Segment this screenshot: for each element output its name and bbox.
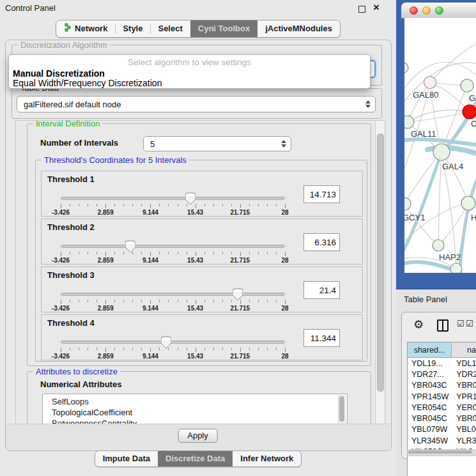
float-window-icon[interactable] xyxy=(358,6,365,13)
threshold-1-value-field[interactable] xyxy=(303,185,340,203)
network-node-gal4[interactable] xyxy=(433,144,450,160)
table-row[interactable]: YPR145WYPR1 xyxy=(408,391,476,402)
network-node-gcy1[interactable] xyxy=(404,197,411,210)
group-label: Threshold's Coordinates for 5 Intervals xyxy=(42,155,189,165)
svg-text:GA: GA xyxy=(469,93,476,103)
table-row[interactable]: YBL079WYBL0 xyxy=(408,424,476,435)
tab-style[interactable]: Style xyxy=(115,20,150,37)
tab-jactivemnodules[interactable]: jActiveMNodules xyxy=(257,20,340,37)
list-item[interactable]: TopologicalCoefficient xyxy=(43,407,347,418)
network-node-ga[interactable] xyxy=(461,79,473,92)
table-row[interactable]: YLR345WYLR3 xyxy=(408,435,476,446)
table-row[interactable]: YER054CYER0 xyxy=(408,402,476,413)
threshold-2-value-field[interactable] xyxy=(303,233,340,251)
control-panel: Control Panel × Network xyxy=(0,0,396,476)
tab-impute-data[interactable]: Impute Data xyxy=(95,451,158,466)
gear-icon[interactable]: ⚙ xyxy=(413,318,424,331)
num-intervals-label: Number of Intervals xyxy=(40,138,118,148)
bottom-tab-bar: Impute Data Discretize Data Infer Networ… xyxy=(0,450,396,467)
threshold-2-panel: Threshold 2 -3.4262.8599.14415.4321.7152… xyxy=(41,219,363,265)
tab-label: Network xyxy=(75,24,107,33)
interval-definition-group: Interval Definition Number of Intervals … xyxy=(27,123,371,366)
slider-thumb[interactable] xyxy=(125,240,135,256)
table-panel-title: Table Panel xyxy=(404,295,447,304)
panel-title: Control Panel xyxy=(5,3,56,13)
apply-button[interactable]: Apply xyxy=(178,429,218,443)
minimize-button[interactable] xyxy=(422,6,431,15)
svg-text:GAL11: GAL11 xyxy=(411,129,436,139)
tab-label: Select xyxy=(158,24,182,33)
threshold-3-slider[interactable]: -3.4262.8599.14415.4321.71528 xyxy=(61,290,285,311)
threshold-3-panel: Threshold 3 -3.4262.8599.14415.4321.7152… xyxy=(41,266,363,312)
top-tab-bar: Network Style Select Cyni Toolbox jActiv… xyxy=(0,20,396,38)
table-data-combobox[interactable]: galFiltered.sif default node xyxy=(17,96,376,112)
tab-discretize-data[interactable]: Discretize Data xyxy=(158,451,233,466)
zoom-button[interactable] xyxy=(435,6,443,15)
network-node-hap2[interactable] xyxy=(433,240,444,251)
svg-text:GCY1: GCY1 xyxy=(404,213,425,222)
threshold-4-slider[interactable]: -3.4262.8599.14415.4321.71528 xyxy=(61,338,285,358)
attributes-list: SelfLoops TopologicalCoefficient Between… xyxy=(42,394,348,424)
algorithm-dropdown-popup: Select algorithm to view settings Manual… xyxy=(8,54,371,89)
settings-scroll-viewport: Interval Definition Number of Intervals … xyxy=(15,120,385,424)
scrollbar-thumb[interactable] xyxy=(408,450,472,454)
network-node-gal80[interactable] xyxy=(424,77,436,89)
network-node-h[interactable] xyxy=(461,196,475,210)
option-manual-discretization[interactable]: Manual Discretization xyxy=(13,68,105,79)
tab-network[interactable]: Network xyxy=(56,20,115,37)
threshold-label: Threshold 4 xyxy=(47,318,95,328)
tab-infer-network[interactable]: Infer Network xyxy=(233,451,301,466)
scrollbar-thumb[interactable] xyxy=(377,134,384,392)
network-canvas[interactable]: GAL80 GA C GAL11 GAL4 GCY1 H HAP2 xyxy=(404,18,476,273)
threshold-label: Threshold 1 xyxy=(47,174,95,184)
slider-thumb[interactable] xyxy=(233,288,243,303)
checkbox-icon[interactable]: ☑ xyxy=(457,319,464,328)
stepper-arrows-icon xyxy=(365,100,371,108)
threshold-4-value-field[interactable] xyxy=(303,329,340,347)
slider-thumb[interactable] xyxy=(185,192,196,208)
combobox-value: galFiltered.sif default node xyxy=(24,100,121,109)
combobox-value: 5 xyxy=(150,139,155,149)
network-node[interactable] xyxy=(404,63,408,73)
network-node-selected[interactable] xyxy=(463,105,476,119)
table-panel-titlebar: Table Panel xyxy=(396,289,476,309)
column-header-name[interactable]: na xyxy=(452,342,476,358)
threshold-2-slider[interactable]: -3.4262.8599.14415.4321.71528 xyxy=(61,242,285,263)
table-row[interactable]: YBR043CYBR0 xyxy=(408,380,476,391)
apply-row: Apply xyxy=(6,424,390,450)
num-intervals-combobox[interactable]: 5 xyxy=(143,136,291,151)
network-window-titlebar[interactable] xyxy=(401,3,476,19)
table-row[interactable]: YDR27...YDR2 xyxy=(408,369,476,380)
threshold-4-panel: Threshold 4 -3.4262.8599.14415.4321.7152… xyxy=(41,314,363,360)
threshold-3-value-field[interactable] xyxy=(303,281,340,299)
stepper-arrows-icon xyxy=(281,140,286,148)
list-scrollbar[interactable] xyxy=(338,395,346,424)
close-icon[interactable]: × xyxy=(373,1,380,15)
svg-text:H: H xyxy=(471,213,476,222)
column-layout-icon[interactable] xyxy=(437,319,449,332)
table-header-row: shared... na xyxy=(408,342,476,358)
table-row[interactable]: YDL19...YDL1 xyxy=(408,358,476,369)
threshold-label: Threshold 3 xyxy=(47,270,95,280)
svg-text:GAL80: GAL80 xyxy=(413,90,438,100)
list-item[interactable]: SelfLoops xyxy=(43,396,347,407)
horizontal-scrollbar[interactable] xyxy=(407,449,476,456)
threshold-1-panel: Threshold 1 -3.4262.8599.14415.4321.7152… xyxy=(41,171,363,217)
numerical-attributes-label: Numerical Attributes xyxy=(40,380,121,389)
threshold-1-slider[interactable]: -3.4262.8599.14415.4321.71528 xyxy=(61,194,285,215)
table-row[interactable]: YBR045CYBR0 xyxy=(408,413,476,424)
option-equal-width-frequency[interactable]: Equal Width/Frequency Discretization xyxy=(13,78,162,88)
close-button[interactable] xyxy=(410,6,418,15)
slider-thumb[interactable] xyxy=(161,336,171,351)
column-header-shared-name[interactable]: shared... xyxy=(408,342,452,358)
network-node[interactable] xyxy=(450,263,462,273)
attributes-group: Attributes to discretize Numerical Attri… xyxy=(27,371,371,424)
vertical-scrollbar[interactable] xyxy=(375,121,385,424)
tab-select[interactable]: Select xyxy=(150,20,190,37)
network-node-gal11[interactable] xyxy=(404,116,414,128)
tab-label: Impute Data xyxy=(103,454,150,463)
tab-label: Infer Network xyxy=(240,454,293,463)
tab-cyni-toolbox[interactable]: Cyni Toolbox xyxy=(190,20,257,37)
dropdown-placeholder: Select algorithm to view settings xyxy=(9,58,370,67)
checkbox-icon[interactable]: ☑ xyxy=(466,319,473,328)
